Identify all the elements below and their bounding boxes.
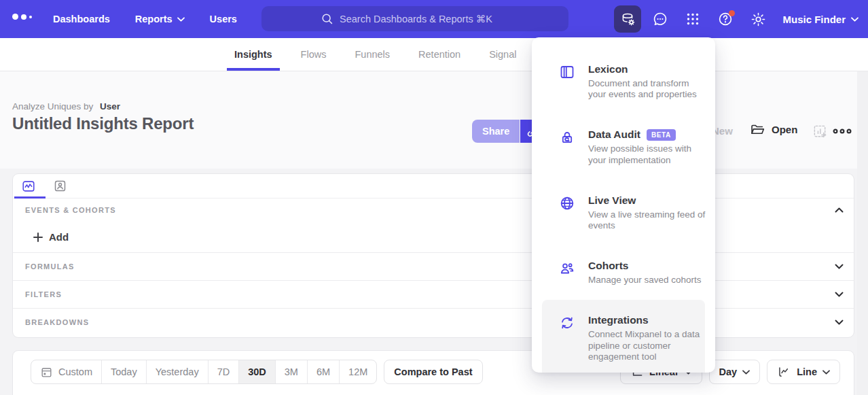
data-management-button[interactable] (614, 5, 641, 33)
report-header: Analyze Uniques by User Untitled Insight… (0, 71, 857, 169)
search-input[interactable] (340, 14, 509, 24)
beta-badge: BETA (647, 129, 676, 141)
chart-pulse-icon (21, 179, 36, 194)
date-range-control: Custom Today Yesterday 7D 30D 3M 6M 12M (31, 360, 377, 384)
lexicon-icon (559, 64, 575, 80)
data-audit-icon (559, 129, 575, 145)
builder-tabs (13, 174, 854, 199)
chevron-down-icon (822, 370, 830, 375)
scrollbar-gutter (857, 38, 868, 395)
apps-grid-button[interactable] (679, 5, 706, 33)
data-stack-gear-icon (620, 12, 636, 27)
range-custom[interactable]: Custom (31, 360, 101, 383)
range-today[interactable]: Today (101, 360, 146, 383)
menu-item-title: Data Audit (588, 128, 640, 141)
mixpanel-logo-icon[interactable] (12, 14, 32, 20)
breadcrumb: Analyze Uniques by User (12, 101, 120, 111)
page-title[interactable]: Untitled Insights Report (12, 114, 194, 133)
menu-item-live-view[interactable]: Live View View a live streaming feed of … (542, 180, 705, 245)
menu-item-data-audit[interactable]: Data Audit BETA View possible issues wit… (542, 114, 705, 179)
range-3m[interactable]: 3M (275, 360, 307, 383)
top-navbar: Dashboards Reports Users (0, 0, 868, 38)
menu-item-title: Integrations (588, 314, 649, 326)
chart-type-dropdown[interactable]: Line (767, 360, 840, 384)
plus-icon (33, 233, 43, 242)
chevron-down-icon (177, 17, 185, 22)
tab-insights[interactable]: Insights (227, 38, 280, 71)
help-button[interactable] (712, 5, 739, 33)
menu-item-desc: View a live streaming feed of events (588, 209, 709, 231)
menu-item-title: Live View (588, 194, 636, 207)
range-yesterday[interactable]: Yesterday (146, 360, 208, 383)
range-6m[interactable]: 6M (307, 360, 339, 383)
range-30d[interactable]: 30D (238, 360, 275, 383)
menu-item-lexicon[interactable]: Lexicon Document and transform your even… (542, 49, 705, 114)
tab-user-profiles[interactable] (52, 179, 67, 194)
search-icon (321, 12, 333, 25)
chevron-up-icon (835, 207, 844, 213)
menu-item-desc: Document and transform your events and p… (588, 78, 709, 100)
query-builder-card: EVENTS & COHORTS Add FORMULAS FILTERS BR… (12, 173, 854, 338)
analyze-label: Analyze Uniques by (12, 101, 93, 111)
tab-events-chart[interactable] (21, 179, 36, 194)
globe-icon (559, 195, 575, 211)
compare-to-past-button[interactable]: Compare to Past (384, 360, 482, 384)
menu-item-desc: View possible issues with your implement… (588, 143, 709, 165)
open-report-button[interactable]: Open (750, 122, 797, 137)
gear-icon (751, 12, 766, 27)
navbar-right: Music Finder (614, 0, 858, 38)
primary-nav: Dashboards Reports Users (53, 0, 237, 38)
cohorts-icon (559, 260, 575, 277)
person-card-icon (53, 179, 67, 193)
calendar-icon (40, 366, 53, 379)
range-12m[interactable]: 12M (339, 360, 376, 383)
menu-item-title: Cohorts (588, 260, 628, 272)
tab-retention[interactable]: Retention (411, 38, 468, 71)
active-tab-underline (14, 196, 46, 199)
chat-bubble-icon (652, 11, 668, 27)
menu-item-cohorts[interactable]: Cohorts Manage your saved cohorts (542, 245, 705, 300)
section-filters[interactable]: FILTERS (13, 280, 854, 308)
section-breakdowns[interactable]: BREAKDOWNS (13, 308, 854, 336)
menu-item-desc: Connect Mixpanel to a data pipeline or c… (588, 329, 709, 362)
insights-report-page: Dashboards Reports Users (0, 0, 868, 395)
tab-flows[interactable]: Flows (293, 38, 334, 71)
menu-item-title: Lexicon (588, 63, 628, 75)
range-7d[interactable]: 7D (208, 360, 239, 383)
add-event-button[interactable]: Add (13, 222, 854, 252)
nav-dashboards[interactable]: Dashboards (53, 14, 110, 24)
chevron-down-icon (851, 17, 858, 22)
integrations-sync-icon (559, 315, 575, 331)
menu-item-integrations[interactable]: Integrations Connect Mixpanel to a data … (542, 300, 705, 373)
project-name: Music Finder (782, 14, 846, 25)
tab-signal[interactable]: Signal (482, 38, 524, 71)
analyze-entity-selector[interactable]: User (100, 101, 120, 111)
menu-item-desc: Manage your saved cohorts (588, 275, 709, 286)
nav-users[interactable]: Users (210, 14, 237, 24)
notification-dot (729, 10, 735, 16)
chart-add-dashed-icon (812, 124, 828, 139)
line-chart-icon (777, 365, 791, 379)
project-switcher[interactable]: Music Finder (782, 14, 858, 25)
tab-funnels[interactable]: Funnels (347, 38, 397, 71)
chevron-down-icon (835, 292, 844, 297)
add-to-board-button[interactable] (812, 124, 828, 139)
chevron-down-icon (742, 370, 750, 375)
settings-button[interactable] (744, 5, 772, 33)
ellipsis-icon (833, 128, 852, 135)
section-events-cohorts[interactable]: EVENTS & COHORTS (13, 199, 854, 222)
interval-dropdown[interactable]: Day (709, 360, 761, 384)
share-button[interactable]: Share (472, 120, 520, 143)
data-tools-menu: Lexicon Document and transform your even… (532, 37, 715, 373)
global-search[interactable] (261, 6, 568, 31)
grid-icon (685, 12, 700, 27)
more-actions-button[interactable] (833, 128, 852, 135)
feedback-button[interactable] (647, 5, 674, 33)
chevron-down-icon (835, 320, 844, 325)
nav-reports[interactable]: Reports (135, 14, 185, 24)
folder-icon (750, 122, 765, 137)
chart-toolbar-card: Custom Today Yesterday 7D 30D 3M 6M 12M … (12, 350, 854, 395)
report-tabbar: Insights Flows Funnels Retention Signal … (0, 38, 868, 71)
section-formulas[interactable]: FORMULAS (13, 252, 854, 280)
chevron-down-icon (835, 264, 844, 269)
